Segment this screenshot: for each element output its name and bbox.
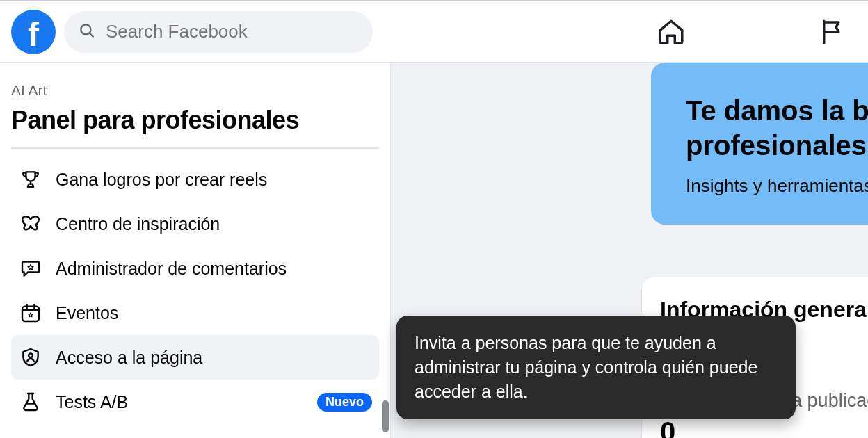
calendar-icon <box>18 300 43 325</box>
search-input[interactable] <box>106 21 359 42</box>
sidebar-item-label: Eventos <box>56 303 372 323</box>
sidebar-item-events[interactable]: Eventos <box>11 291 379 335</box>
new-badge: Nuevo <box>317 393 372 412</box>
welcome-title-line2: profesionales <box>686 130 867 161</box>
sidebar-item-label: Centro de inspiración <box>56 214 372 234</box>
sidebar-item-inspiration[interactable]: Centro de inspiración <box>11 202 379 246</box>
sidebar-item-page-access[interactable]: Acceso a la página <box>11 335 379 380</box>
shield-user-icon <box>18 345 43 370</box>
divider <box>11 147 379 149</box>
search-icon <box>78 22 96 42</box>
welcome-subtitle: Insights y herramientas para administrar… <box>686 175 854 197</box>
trophy-icon <box>18 167 43 192</box>
tooltip: Invita a personas para que te ayuden a a… <box>396 316 796 419</box>
metric-value: 0 <box>660 416 863 438</box>
flask-icon <box>18 389 43 414</box>
comment-star-icon <box>18 256 43 281</box>
sidebar-item-label: Gana logros por crear reels <box>56 170 372 190</box>
top-bar: f <box>0 0 868 63</box>
sidebar-item-comments[interactable]: Administrador de comentarios <box>11 246 379 291</box>
flag-icon[interactable] <box>818 17 847 47</box>
sidebar-scrollbar[interactable] <box>382 400 389 432</box>
sidebar-nav: Gana logros por crear reels Centro de in… <box>11 157 379 424</box>
sidebar-item-label: Administrador de comentarios <box>56 259 372 279</box>
page-title: Panel para profesionales <box>11 106 379 135</box>
tooltip-text: Invita a personas para que te ayuden a a… <box>415 333 757 401</box>
sidebar: AI Art Panel para profesionales Gana log… <box>0 63 391 438</box>
svg-point-6 <box>29 353 33 357</box>
facebook-logo[interactable]: f <box>11 10 56 54</box>
butterfly-icon <box>18 211 43 236</box>
breadcrumb[interactable]: AI Art <box>11 82 379 99</box>
sidebar-item-label: Tests A/B <box>56 392 305 412</box>
welcome-title-line1: Te damos la bienvenida al panel para <box>686 95 868 126</box>
svg-line-1 <box>89 33 93 36</box>
home-icon[interactable] <box>657 17 686 47</box>
sidebar-item-achievements[interactable]: Gana logros por crear reels <box>11 157 379 202</box>
search-bar[interactable] <box>64 11 373 53</box>
sidebar-item-ab-tests[interactable]: Tests A/B Nuevo <box>11 380 379 424</box>
sidebar-item-label: Acceso a la página <box>56 348 372 368</box>
welcome-card: Te damos la bienvenida al panel para pro… <box>651 63 868 225</box>
